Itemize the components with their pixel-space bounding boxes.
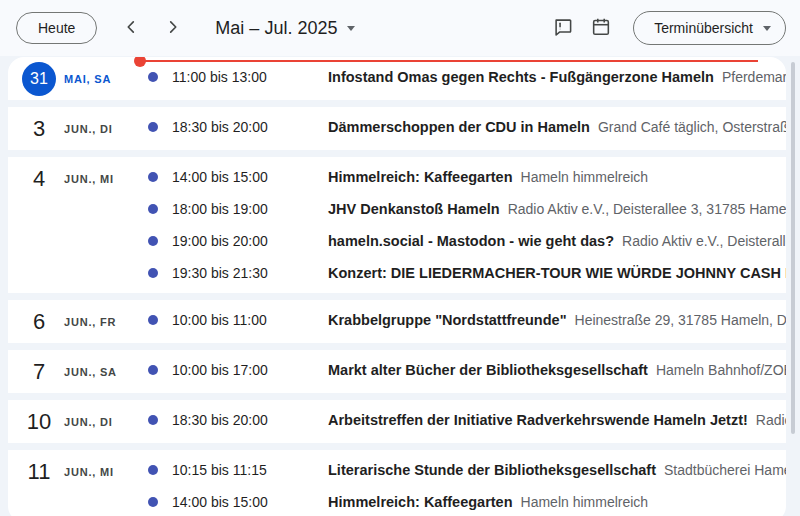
day-number[interactable]: 31 bbox=[22, 62, 56, 96]
event-row[interactable]: 18:30 bis 20:00Dämmerschoppen der CDU in… bbox=[139, 111, 786, 143]
event-title: Literarische Stunde der Bibliotheksgesel… bbox=[328, 462, 656, 478]
event-title: Himmelreich: Kaffeegarten bbox=[328, 169, 513, 185]
today-button[interactable]: Heute bbox=[16, 12, 97, 44]
event-row[interactable]: 11:00 bis 13:00Infostand Omas gegen Rech… bbox=[139, 61, 786, 93]
event-title: Markt alter Bücher der Bibliotheksgesell… bbox=[328, 362, 648, 378]
event-title: Dämmerschoppen der CDU in Hameln bbox=[328, 119, 590, 135]
event-title: hameln.social - Mastodon - wie geht das? bbox=[328, 233, 614, 249]
date-column: 7JUN., SA bbox=[8, 354, 139, 389]
event-color-dot bbox=[148, 415, 158, 425]
feedback-bubble-icon bbox=[552, 16, 574, 41]
event-color-dot bbox=[148, 365, 158, 375]
day-group: 3JUN., DI18:30 bis 20:00Dämmerschoppen d… bbox=[8, 107, 786, 150]
day-number[interactable]: 4 bbox=[22, 162, 56, 196]
day-label: JUN., MI bbox=[64, 173, 114, 185]
calendar-header: Heute Mai – Jul. 2025 bbox=[0, 0, 800, 56]
date-range-selector[interactable]: Mai – Jul. 2025 bbox=[209, 14, 361, 43]
event-time: 18:30 bis 20:00 bbox=[172, 119, 328, 135]
day-label: MAI, SA bbox=[64, 73, 111, 85]
event-color-dot bbox=[148, 465, 158, 475]
day-group: 7JUN., SA10:00 bis 17:00Markt alter Büch… bbox=[8, 350, 786, 393]
event-location: Hameln himmelreich bbox=[521, 169, 649, 185]
event-title: Infostand Omas gegen Rechts - Fußgängerz… bbox=[328, 69, 714, 85]
day-number[interactable]: 6 bbox=[22, 305, 56, 339]
event-time: 19:00 bis 20:00 bbox=[172, 233, 328, 249]
day-number[interactable]: 11 bbox=[22, 455, 56, 489]
day-number[interactable]: 7 bbox=[22, 355, 56, 389]
view-switcher-button[interactable]: Terminübersicht bbox=[633, 11, 786, 45]
view-switcher-label: Terminübersicht bbox=[654, 20, 753, 36]
event-location: Radio Aktiv e.V., Deisterallee… bbox=[622, 233, 786, 249]
day-number[interactable]: 3 bbox=[22, 112, 56, 146]
event-color-dot bbox=[148, 236, 158, 246]
chevron-left-icon bbox=[120, 16, 142, 41]
period-navigation bbox=[115, 12, 189, 44]
event-color-dot bbox=[148, 72, 158, 82]
day-label: JUN., MI bbox=[64, 466, 114, 478]
dropdown-arrow-icon bbox=[347, 26, 355, 31]
event-color-dot bbox=[148, 122, 158, 132]
event-color-dot bbox=[148, 172, 158, 182]
date-column: 3JUN., DI bbox=[8, 111, 139, 146]
event-location: Heinestraße 29, 31785 Hameln, Deu… bbox=[575, 312, 786, 328]
event-time: 18:30 bis 20:00 bbox=[172, 412, 328, 428]
events-column: 10:15 bis 11:15Literarische Stunde der B… bbox=[139, 454, 786, 516]
events-column: 18:30 bis 20:00Dämmerschoppen der CDU in… bbox=[139, 111, 786, 146]
event-row[interactable]: 10:00 bis 11:00Krabbelgruppe "Nordstattf… bbox=[139, 304, 786, 336]
day-group: 6JUN., FR10:00 bis 11:00Krabbelgruppe "N… bbox=[8, 300, 786, 343]
prev-period-button[interactable] bbox=[115, 12, 147, 44]
event-time: 18:00 bis 19:00 bbox=[172, 201, 328, 217]
events-column: 18:30 bis 20:00Arbeitstreffen der Initia… bbox=[139, 404, 786, 439]
event-time: 14:00 bis 15:00 bbox=[172, 494, 328, 510]
dropdown-arrow-icon bbox=[763, 26, 771, 31]
event-time: 10:15 bis 11:15 bbox=[172, 462, 328, 478]
event-row[interactable]: 10:00 bis 17:00Markt alter Bücher der Bi… bbox=[139, 354, 786, 386]
event-location: Stadtbücherei Hameln… bbox=[664, 462, 786, 478]
day-group: 31MAI, SA11:00 bis 13:00Infostand Omas g… bbox=[8, 57, 786, 100]
event-time: 10:00 bis 17:00 bbox=[172, 362, 328, 378]
day-number[interactable]: 10 bbox=[22, 405, 56, 439]
events-column: 10:00 bis 11:00Krabbelgruppe "Nordstattf… bbox=[139, 304, 786, 339]
event-time: 11:00 bis 13:00 bbox=[172, 69, 328, 85]
feedback-button[interactable] bbox=[547, 12, 579, 44]
event-time: 14:00 bis 15:00 bbox=[172, 169, 328, 185]
vertical-scrollbar[interactable] bbox=[791, 62, 795, 434]
schedule-list: 31MAI, SA11:00 bis 13:00Infostand Omas g… bbox=[8, 57, 786, 516]
date-range-label: Mai – Jul. 2025 bbox=[215, 18, 337, 39]
next-period-button[interactable] bbox=[157, 12, 189, 44]
event-color-dot bbox=[148, 497, 158, 507]
view-calendar-icon-button[interactable] bbox=[585, 12, 617, 44]
event-row[interactable]: 18:00 bis 19:00JHV Denkanstoß HamelnRadi… bbox=[139, 193, 786, 225]
event-location: Grand Café täglich, Osterstraße … bbox=[598, 119, 786, 135]
chevron-right-icon bbox=[162, 16, 184, 41]
event-location: Hameln Bahnhof/ZOB, … bbox=[656, 362, 786, 378]
event-location: Radio Aktiv e.V., Deisterallee 3, 31785 … bbox=[508, 201, 786, 217]
events-column: 10:00 bis 17:00Markt alter Bücher der Bi… bbox=[139, 354, 786, 389]
event-row[interactable]: 19:00 bis 20:00hameln.social - Mastodon … bbox=[139, 225, 786, 257]
event-location: Hameln himmelreich bbox=[521, 494, 649, 510]
event-time: 19:30 bis 21:30 bbox=[172, 265, 328, 281]
day-group: 11JUN., MI10:15 bis 11:15Literarische St… bbox=[8, 450, 786, 516]
event-title: Arbeitstreffen der Initiative Radverkehr… bbox=[328, 412, 748, 428]
event-time: 10:00 bis 11:00 bbox=[172, 312, 328, 328]
calendar-icon bbox=[590, 16, 612, 41]
event-title: Krabbelgruppe "Nordstattfreunde" bbox=[328, 312, 567, 328]
day-group: 10JUN., DI18:30 bis 20:00Arbeitstreffen … bbox=[8, 400, 786, 443]
date-column: 11JUN., MI bbox=[8, 454, 139, 516]
event-color-dot bbox=[148, 204, 158, 214]
events-column: 14:00 bis 15:00Himmelreich: Kaffeegarten… bbox=[139, 161, 786, 289]
event-row[interactable]: 14:00 bis 15:00Himmelreich: Kaffeegarten… bbox=[139, 161, 786, 193]
event-row[interactable]: 19:30 bis 21:30Konzert: DIE LIEDERMACHER… bbox=[139, 257, 786, 289]
day-group: 4JUN., MI14:00 bis 15:00Himmelreich: Kaf… bbox=[8, 157, 786, 293]
event-row[interactable]: 14:00 bis 15:00Himmelreich: Kaffeegarten… bbox=[139, 486, 786, 516]
event-location: Pferdemarkt, … bbox=[722, 69, 786, 85]
date-column: 6JUN., FR bbox=[8, 304, 139, 339]
event-title: Himmelreich: Kaffeegarten bbox=[328, 494, 513, 510]
day-label: JUN., DI bbox=[64, 416, 113, 428]
event-row[interactable]: 10:15 bis 11:15Literarische Stunde der B… bbox=[139, 454, 786, 486]
date-column: 31MAI, SA bbox=[8, 61, 139, 96]
day-label: JUN., SA bbox=[64, 366, 117, 378]
day-label: JUN., FR bbox=[64, 316, 116, 328]
event-row[interactable]: 18:30 bis 20:00Arbeitstreffen der Initia… bbox=[139, 404, 786, 436]
day-label: JUN., DI bbox=[64, 123, 113, 135]
